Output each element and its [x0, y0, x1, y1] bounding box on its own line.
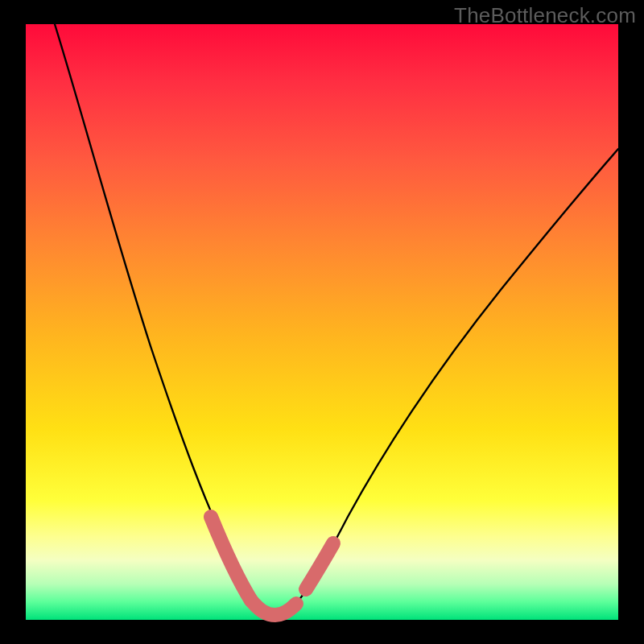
highlight-left-descent	[211, 517, 251, 601]
watermark-text: TheBottleneck.com	[454, 3, 636, 28]
highlight-right-ascent	[306, 543, 333, 589]
curve-svg	[26, 24, 618, 620]
gradient-plot-area	[26, 24, 618, 620]
chart-frame: TheBottleneck.com	[0, 0, 644, 644]
highlight-valley-floor	[251, 601, 296, 615]
bottleneck-curve	[55, 24, 618, 614]
